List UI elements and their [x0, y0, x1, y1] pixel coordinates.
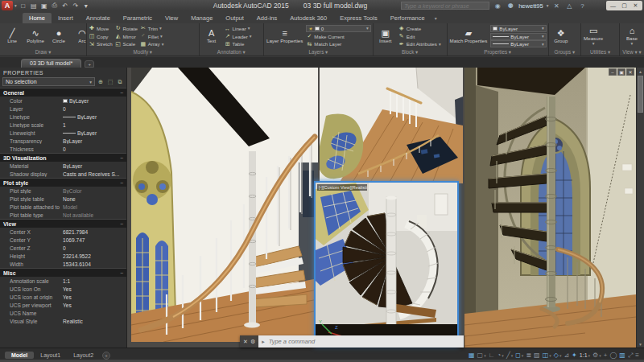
new-icon[interactable]: □ — [19, 1, 28, 10]
prop-row[interactable]: Shadow displayCasts and Receives S... — [0, 170, 126, 178]
plot-icon[interactable]: ⎙ — [50, 1, 60, 10]
tab-insert[interactable]: Insert — [52, 13, 80, 23]
viewport-controls-label[interactable]: [-][Custom View][Realistic] — [317, 184, 367, 191]
line-button[interactable]: ╱ Line — [2, 24, 23, 48]
app-menu-caret-icon[interactable]: ▾ — [14, 3, 17, 8]
open-icon[interactable]: ▤ — [29, 1, 39, 10]
base-button[interactable]: ⌂ Base ▾ — [621, 24, 642, 48]
transparency-display-icon[interactable]: ▨ — [534, 352, 540, 359]
isolate-objects-icon[interactable]: ◯ — [609, 352, 617, 359]
tab-autodesk360[interactable]: Autodesk 360 — [283, 13, 333, 23]
selection-cycling-icon[interactable]: ◫▾ — [543, 352, 551, 359]
new-layout-button[interactable]: + — [102, 352, 110, 360]
leader-button[interactable]: ↗Leader ▾ — [225, 33, 252, 40]
tab-view[interactable]: View — [159, 13, 184, 23]
lineweight-dropdown[interactable]: ByLayer▾ — [490, 33, 546, 40]
quick-select-icon[interactable]: ⧉ — [116, 78, 124, 86]
tab-manage[interactable]: Manage — [184, 13, 219, 23]
array-button[interactable]: ▦Array ▾ — [140, 40, 164, 47]
new-drawing-tab-button[interactable]: + — [85, 60, 94, 68]
restore-icon[interactable]: ▢ — [619, 2, 630, 10]
viewport-right[interactable] — [464, 68, 636, 348]
snap-mode-icon[interactable]: ▢▾ — [477, 352, 486, 359]
isodraft-icon[interactable]: ╱▾ — [506, 352, 513, 359]
text-button[interactable]: A Text — [201, 24, 222, 48]
qat-menu-icon[interactable]: ▾ — [81, 1, 91, 10]
close-icon[interactable]: ✕ — [630, 2, 641, 10]
signin-user[interactable]: hewett95 — [518, 2, 543, 10]
app-logo-icon[interactable]: A — [2, 1, 13, 10]
object-snap-icon[interactable]: ◻▾ — [515, 352, 523, 359]
tab-performance[interactable]: Performance — [384, 13, 431, 23]
workspace-gear-icon[interactable]: ⚙▾ — [592, 352, 601, 359]
lineweight-display-icon[interactable]: ≣ — [526, 352, 531, 359]
prop-row[interactable]: ColorByLayer — [0, 97, 126, 105]
prop-row[interactable]: UCS Name — [0, 309, 126, 317]
panel-annotation-label[interactable]: Annotation ▾ — [201, 48, 262, 56]
minimize-icon[interactable]: — — [608, 2, 618, 10]
drawing-restore-icon[interactable]: ▣ — [617, 68, 625, 76]
prop-row[interactable]: UCS icon at originYes — [0, 293, 126, 301]
prop-row[interactable]: Annotation scale1:1 — [0, 277, 126, 285]
tab-parametric[interactable]: Parametric — [117, 13, 159, 23]
copy-button[interactable]: ◫Copy — [89, 33, 113, 40]
prop-row[interactable]: TransparencyByLayer — [0, 137, 126, 145]
prop-row[interactable]: Center Y1069.747 — [0, 236, 126, 244]
dynamic-ucs-icon[interactable]: ⊿ — [564, 352, 569, 359]
panel-view-label[interactable]: View ▾ ▾ — [621, 48, 642, 56]
ribbon-state-caret-icon[interactable]: ▾ — [435, 15, 437, 23]
prop-row[interactable]: MaterialByLayer — [0, 162, 126, 170]
tab-output[interactable]: Output — [219, 13, 250, 23]
tab-model[interactable]: Model — [5, 352, 34, 359]
match-layer-button[interactable]: ⇆Match Layer — [306, 40, 370, 47]
command-input[interactable] — [267, 337, 460, 346]
command-tools-icon[interactable]: ⚙ — [250, 339, 255, 345]
measure-button[interactable]: ▭ Measure ▾ — [583, 24, 604, 48]
stretch-button[interactable]: ⇲Stretch — [89, 40, 113, 47]
redo-icon[interactable]: ↷ — [71, 1, 80, 10]
polar-tracking-icon[interactable]: ◔▾ — [497, 352, 504, 359]
select-objects-icon[interactable]: ⬚ — [106, 78, 114, 86]
search-icon[interactable]: ◉ — [493, 2, 502, 10]
prop-row[interactable]: UCS per viewportYes — [0, 301, 126, 309]
prop-row[interactable]: Layer0 — [0, 105, 126, 113]
layer-dropdown[interactable]: ☀ 0 ▾ — [306, 25, 370, 32]
panel-draw-label[interactable]: Draw ▾ — [2, 48, 85, 56]
rotate-button[interactable]: ↻Rotate — [115, 25, 138, 32]
panel-utilities-label[interactable]: Utilities ▾ — [583, 48, 617, 56]
prop-row[interactable]: Plot styleByColor — [0, 187, 126, 195]
circle-button[interactable]: ● Circle — [48, 24, 69, 48]
prop-row[interactable]: Plot style tableNone — [0, 195, 126, 203]
polyline-button[interactable]: ∿ Polyline — [25, 24, 46, 48]
section-3d-visualization[interactable]: 3D Visualization− — [0, 153, 126, 162]
scroll-down-icon[interactable]: ▼ — [637, 340, 644, 348]
table-button[interactable]: ⊞Table — [225, 40, 252, 47]
scrollbar-thumb[interactable] — [638, 76, 643, 113]
section-misc[interactable]: Misc− — [0, 268, 126, 277]
edit-attributes-button[interactable]: ✒Edit Attributes ▾ — [398, 40, 441, 47]
prop-row[interactable]: Height23214.9522 — [0, 252, 126, 260]
selection-dropdown[interactable]: No selection ▾ — [2, 77, 95, 86]
customization-plus-icon[interactable]: + — [604, 352, 608, 359]
tab-layout2[interactable]: Layout2 — [67, 352, 100, 359]
tab-layout1[interactable]: Layout1 — [34, 352, 67, 359]
tab-home[interactable]: Home — [23, 13, 52, 23]
prop-row[interactable]: Plot table attached toModel — [0, 203, 126, 211]
vertical-scrollbar[interactable]: ▲ ▼ — [636, 68, 644, 348]
panel-modify-label[interactable]: Modify ▾ — [89, 48, 197, 56]
panel-block-label[interactable]: Block ▾ — [375, 48, 445, 56]
graphics-performance-icon[interactable]: ▥ — [619, 352, 625, 359]
make-current-button[interactable]: ✓Make Current — [306, 33, 370, 40]
section-plot-style[interactable]: Plot style− — [0, 178, 126, 187]
a360-icon[interactable]: ✕ — [551, 2, 561, 10]
viewport-main[interactable] — [131, 68, 318, 342]
help-icon[interactable]: ? — [577, 2, 587, 10]
signin-caret-icon[interactable]: ▾ — [547, 3, 549, 8]
tab-annotate[interactable]: Annotate — [80, 13, 117, 23]
trim-button[interactable]: ✂Trim ▾ — [140, 25, 164, 32]
viewport-top[interactable] — [320, 68, 463, 183]
drawing-close-icon[interactable]: ✕ — [626, 68, 634, 76]
prop-row[interactable]: Linetype scale1 — [0, 121, 126, 129]
drawing-minimize-icon[interactable]: – — [609, 68, 617, 76]
pickadd-toggle-icon[interactable]: ⊕ — [97, 78, 105, 86]
